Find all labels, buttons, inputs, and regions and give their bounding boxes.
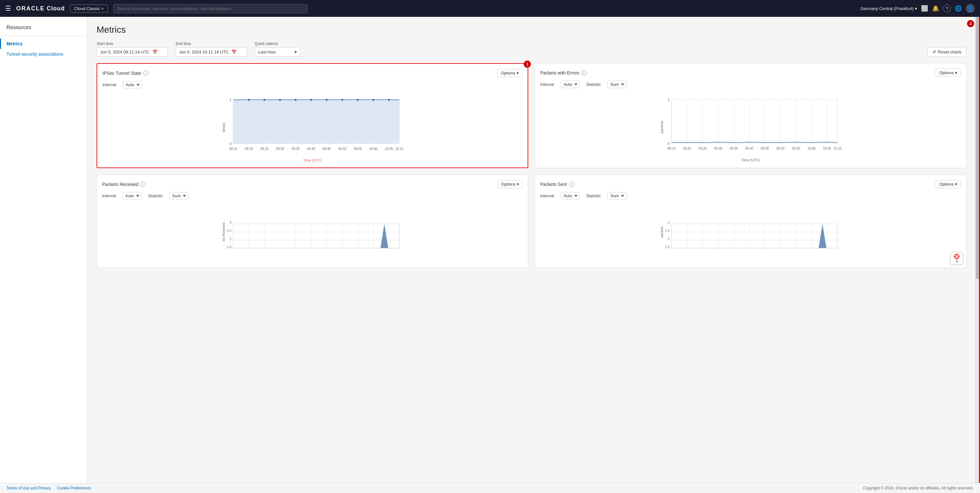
svg-text:09:25: 09:25: [260, 147, 268, 151]
start-time-input[interactable]: Jun 5, 2024 09:11:14 UTC 📅: [97, 47, 168, 57]
svg-text:1.5: 1.5: [665, 245, 670, 249]
reset-icon: ↺: [932, 49, 936, 54]
packets-errors-chart-card: Packets with Errors i Options ▾ Interval…: [535, 63, 966, 168]
terms-link[interactable]: Terms of Use and Privacy: [6, 486, 51, 490]
svg-text:09:35: 09:35: [730, 147, 738, 150]
packets-errors-chart-svg: packets 0 1: [540, 91, 961, 156]
reset-charts-button[interactable]: ↺ Reset charts: [928, 47, 966, 57]
packets-sent-info-icon[interactable]: i: [569, 182, 574, 187]
svg-point-18: [264, 99, 266, 101]
svg-point-25: [372, 99, 374, 101]
help-floating-button[interactable]: ⊞: [950, 252, 963, 264]
packets-received-chart-area: kts Received 1.5 2 2.5 3: [102, 203, 523, 262]
svg-text:09:55: 09:55: [353, 147, 362, 151]
terminal-icon[interactable]: ⬜: [921, 5, 928, 12]
start-time-label: Start time: [97, 41, 168, 46]
sidebar: Resources Metrics Tunnel security associ…: [0, 17, 88, 493]
svg-text:09:15: 09:15: [667, 147, 675, 150]
ipsec-tunnel-chart-card: 1 IPSec Tunnel State i Options ▾ Interva…: [97, 63, 528, 168]
svg-text:1: 1: [229, 98, 231, 102]
scrollbar-track[interactable]: 2: [975, 17, 980, 493]
packets-sent-options-button[interactable]: Options ▾: [935, 180, 961, 188]
packets-errors-interval-select[interactable]: Auto: [561, 81, 580, 88]
packets-errors-controls: Interval Auto Statistic Sum: [540, 81, 961, 88]
svg-text:1: 1: [668, 98, 670, 102]
svg-text:2.5: 2.5: [665, 229, 670, 233]
packets-received-options-button[interactable]: Options ▾: [498, 180, 523, 188]
packets-sent-chart-title: Packets Sent i: [540, 182, 574, 187]
svg-text:10:00: 10:00: [807, 147, 815, 150]
scrollbar-thumb[interactable]: [976, 17, 980, 279]
packets-sent-interval-select[interactable]: Auto: [561, 192, 580, 200]
svg-text:2: 2: [668, 237, 670, 241]
help-grid-label: ⊞: [956, 260, 958, 263]
svg-text:09:20: 09:20: [245, 147, 253, 151]
reset-charts-label: Reset charts: [938, 49, 961, 54]
svg-text:binary: binary: [222, 122, 226, 132]
svg-point-23: [341, 99, 343, 101]
globe-icon[interactable]: 🌐: [955, 5, 962, 12]
oracle-logo: ORACLE Cloud: [16, 5, 65, 12]
svg-text:09:50: 09:50: [776, 147, 784, 150]
ipsec-interval-select[interactable]: Auto: [123, 81, 142, 89]
packets-sent-chart-svg: packets 1.5 2 2.5 3: [540, 203, 961, 261]
global-search-input[interactable]: [113, 4, 307, 13]
svg-point-22: [326, 99, 328, 101]
end-time-label: End time: [176, 41, 247, 46]
svg-point-17: [248, 99, 250, 101]
packets-received-interval-select[interactable]: Auto: [123, 192, 142, 200]
svg-text:1.5: 1.5: [227, 245, 231, 249]
packets-sent-statistic-select[interactable]: Sum: [607, 192, 627, 200]
start-time-group: Start time Jun 5, 2024 09:11:14 UTC 📅: [97, 41, 168, 57]
svg-text:09:30: 09:30: [714, 147, 722, 150]
svg-text:09:40: 09:40: [745, 147, 753, 150]
end-time-input[interactable]: Jun 5, 2024 10:11:14 UTC 📅: [176, 47, 247, 57]
region-selector[interactable]: Germany Central (Frankfurt) ▾: [861, 6, 917, 11]
packets-errors-statistic-label: Statistic: [586, 82, 601, 87]
ipsec-options-button[interactable]: Options ▾: [497, 69, 522, 77]
packets-errors-chart-area: packets 0 1: [540, 91, 961, 162]
help-icon[interactable]: ?: [943, 5, 951, 12]
svg-text:3: 3: [229, 221, 231, 225]
ipsec-chart-area: binary 0 1: [102, 92, 522, 162]
cookie-link[interactable]: Cookie Preferences: [57, 486, 91, 490]
user-icon[interactable]: 👤: [966, 4, 975, 13]
end-time-value: Jun 5, 2024 10:11:14 UTC: [179, 49, 229, 54]
svg-text:09:25: 09:25: [698, 147, 706, 150]
svg-point-20: [294, 99, 296, 101]
hamburger-icon[interactable]: ☰: [5, 5, 11, 12]
ipsec-chart-svg: binary 0 1: [102, 92, 522, 157]
packets-errors-statistic-select[interactable]: Sum: [607, 81, 627, 88]
packets-errors-chart-header: Packets with Errors i Options ▾: [540, 69, 961, 77]
packets-received-chart-card: Packets Received i Options ▾ Interval Au…: [97, 174, 528, 268]
packets-errors-options-button[interactable]: Options ▾: [935, 69, 961, 77]
svg-text:10:05: 10:05: [823, 147, 831, 150]
badge-1: 1: [524, 60, 531, 68]
quick-selects-label: Quick selects: [255, 41, 300, 46]
packets-errors-info-icon[interactable]: i: [581, 70, 587, 76]
packets-received-chart-svg: kts Received 1.5 2 2.5 3: [102, 203, 523, 261]
packets-errors-x-label: Time (UTC): [540, 158, 961, 162]
svg-text:09:35: 09:35: [291, 147, 299, 151]
svg-text:10:00: 10:00: [369, 147, 377, 151]
packets-sent-statistic-label: Statistic: [586, 193, 601, 198]
svg-text:2: 2: [229, 237, 231, 241]
sidebar-title: Resources: [0, 25, 87, 36]
ipsec-interval-label: Interval: [102, 82, 116, 87]
packets-received-statistic-select[interactable]: Sum: [169, 192, 188, 200]
packets-sent-chart-header: Packets Sent i Options ▾: [540, 180, 961, 188]
svg-point-19: [279, 99, 281, 101]
sidebar-item-metrics[interactable]: Metrics: [0, 38, 87, 49]
bell-icon[interactable]: 🔔: [932, 5, 939, 12]
svg-text:2.5: 2.5: [227, 229, 231, 233]
packets-received-info-icon[interactable]: i: [140, 182, 145, 187]
quick-selects-dropdown[interactable]: Last hour Last 6 hours Last 24 hours Las…: [255, 47, 300, 57]
sidebar-item-tunnel-security[interactable]: Tunnel security associations: [0, 49, 87, 59]
packets-sent-chart-card: Packets Sent i Options ▾ Interval Auto S…: [535, 174, 966, 268]
cloud-classic-button[interactable]: Cloud Classic >: [70, 5, 108, 13]
lifebuoy-icon: [953, 253, 960, 260]
svg-text:09:45: 09:45: [323, 147, 331, 151]
ipsec-info-icon[interactable]: i: [143, 71, 148, 76]
footer-left: Terms of Use and Privacy Cookie Preferen…: [6, 486, 96, 490]
ipsec-chart-header: IPSec Tunnel State i Options ▾: [102, 69, 522, 77]
